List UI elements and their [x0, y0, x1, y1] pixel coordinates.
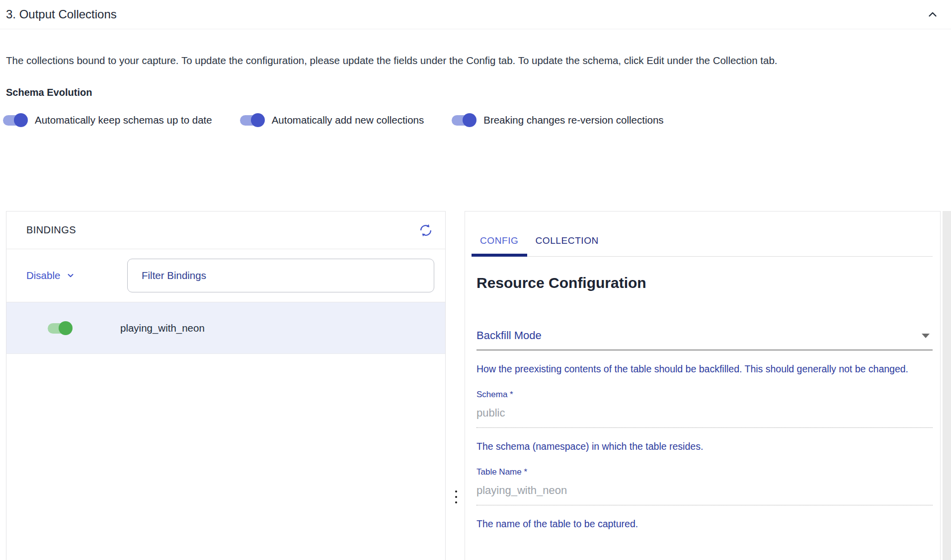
- schema-field-label: Schema *: [476, 390, 933, 400]
- disable-dropdown[interactable]: Disable: [26, 270, 127, 281]
- toggle-label: Automatically add new collections: [272, 114, 424, 126]
- switch-knob: [59, 321, 73, 335]
- keep-schemas-switch[interactable]: [3, 113, 27, 127]
- backfill-mode-label: Backfill Mode: [476, 329, 542, 342]
- bindings-controls: Disable: [6, 249, 445, 302]
- schema-evolution-toggles: Automatically keep schemas up to date Au…: [3, 113, 951, 127]
- drag-dot: [455, 496, 457, 498]
- bindings-title: BINDINGS: [26, 224, 76, 236]
- filter-bindings-input[interactable]: [127, 259, 434, 292]
- tab-config[interactable]: CONFIG: [472, 230, 527, 256]
- table-name-field-label: Table Name *: [476, 467, 933, 477]
- switch-knob: [251, 113, 265, 127]
- binding-enabled-switch[interactable]: [48, 321, 72, 335]
- bindings-panel: BINDINGS Disable: [6, 211, 446, 560]
- toggle-label: Breaking changes re-version collections: [483, 114, 663, 126]
- refresh-icon: [417, 222, 434, 239]
- toggle-add-collections: Automatically add new collections: [240, 113, 424, 127]
- schema-evolution-heading: Schema Evolution: [6, 87, 945, 98]
- chevron-up-icon: [926, 8, 939, 21]
- tab-collection[interactable]: COLLECTION: [527, 230, 607, 256]
- backfill-mode-help: How the preexisting contents of the tabl…: [476, 359, 916, 379]
- collapse-section-button[interactable]: [926, 8, 939, 21]
- add-collections-switch[interactable]: [240, 113, 264, 127]
- switch-knob: [463, 113, 476, 127]
- section-title: 3. Output Collections: [6, 7, 117, 21]
- config-tab-content: Resource Configuration Backfill Mode How…: [465, 275, 940, 534]
- scrollbar[interactable]: [943, 211, 951, 560]
- toggle-breaking-changes: Breaking changes re-version collections: [452, 113, 663, 127]
- drag-dot: [455, 501, 457, 503]
- panel-resize-handle[interactable]: [453, 489, 459, 505]
- toggle-label: Automatically keep schemas up to date: [35, 114, 212, 126]
- table-name-field-help: The name of the table to be captured.: [476, 514, 916, 534]
- schema-input[interactable]: [476, 403, 933, 428]
- output-collections-section: 3. Output Collections The collections bo…: [0, 0, 951, 127]
- drag-dot: [455, 490, 457, 492]
- chevron-down-icon: [66, 271, 75, 280]
- breaking-changes-switch[interactable]: [452, 113, 476, 127]
- disable-dropdown-label: Disable: [26, 270, 60, 281]
- section-header: 3. Output Collections: [0, 0, 951, 29]
- backfill-mode-select[interactable]: Backfill Mode: [476, 329, 933, 350]
- refresh-bindings-button[interactable]: [417, 222, 434, 239]
- binding-name: playing_with_neon: [120, 322, 205, 334]
- schema-field-help: The schema (namespace) in which the tabl…: [476, 436, 916, 457]
- section-description: The collections bound to your capture. T…: [6, 50, 926, 71]
- tabs-bar: CONFIG COLLECTION: [472, 230, 933, 257]
- bindings-header: BINDINGS: [6, 211, 445, 249]
- switch-knob: [14, 113, 28, 127]
- toggle-keep-schemas: Automatically keep schemas up to date: [3, 113, 212, 127]
- binding-row[interactable]: playing_with_neon: [6, 302, 445, 354]
- table-name-input[interactable]: [476, 480, 933, 505]
- resource-configuration-heading: Resource Configuration: [476, 275, 933, 291]
- triangle-down-icon: [922, 334, 930, 338]
- config-panel: CONFIG COLLECTION Resource Configuration…: [465, 211, 941, 560]
